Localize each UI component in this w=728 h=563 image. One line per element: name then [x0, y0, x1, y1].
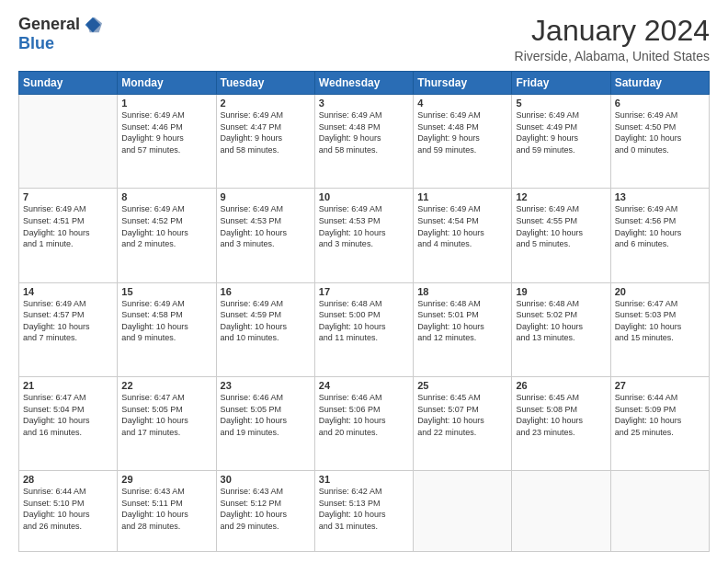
logo-icon	[84, 16, 102, 34]
day-info: Sunrise: 6:49 AM Sunset: 4:59 PM Dayligh…	[221, 298, 311, 344]
day-info: Sunrise: 6:48 AM Sunset: 5:00 PM Dayligh…	[319, 298, 409, 344]
day-number: 12	[516, 191, 606, 202]
day-number: 3	[319, 98, 409, 109]
day-info: Sunrise: 6:46 AM Sunset: 5:05 PM Dayligh…	[221, 392, 311, 438]
day-number: 31	[319, 474, 409, 485]
day-number: 17	[319, 286, 409, 297]
calendar-cell: 12Sunrise: 6:49 AM Sunset: 4:55 PM Dayli…	[512, 189, 610, 282]
calendar-cell: 16Sunrise: 6:49 AM Sunset: 4:59 PM Dayli…	[216, 282, 314, 376]
calendar-cell: 30Sunrise: 6:43 AM Sunset: 5:12 PM Dayli…	[216, 471, 314, 552]
calendar-cell: 10Sunrise: 6:49 AM Sunset: 4:53 PM Dayli…	[314, 189, 413, 282]
day-number: 15	[121, 286, 211, 297]
calendar-week-row: 28Sunrise: 6:44 AM Sunset: 5:10 PM Dayli…	[19, 471, 710, 552]
day-number: 14	[23, 286, 113, 297]
calendar-cell: 11Sunrise: 6:49 AM Sunset: 4:54 PM Dayli…	[414, 189, 512, 282]
calendar-cell: 1Sunrise: 6:49 AM Sunset: 4:46 PM Daylig…	[118, 95, 216, 189]
day-number: 13	[615, 191, 705, 202]
day-number: 29	[121, 474, 211, 485]
day-info: Sunrise: 6:49 AM Sunset: 4:54 PM Dayligh…	[417, 203, 507, 249]
day-info: Sunrise: 6:45 AM Sunset: 5:08 PM Dayligh…	[516, 392, 606, 438]
logo-blue-text: Blue	[18, 34, 54, 53]
calendar-header-saturday: Saturday	[610, 72, 709, 95]
calendar-header-wednesday: Wednesday	[314, 72, 413, 95]
day-number: 25	[417, 380, 507, 391]
day-number: 4	[417, 98, 507, 109]
calendar-week-row: 21Sunrise: 6:47 AM Sunset: 5:04 PM Dayli…	[19, 376, 710, 470]
day-info: Sunrise: 6:43 AM Sunset: 5:12 PM Dayligh…	[221, 486, 311, 532]
calendar-week-row: 7Sunrise: 6:49 AM Sunset: 4:51 PM Daylig…	[19, 189, 710, 282]
day-number: 22	[121, 380, 211, 391]
day-info: Sunrise: 6:45 AM Sunset: 5:07 PM Dayligh…	[417, 392, 507, 438]
calendar-cell: 14Sunrise: 6:49 AM Sunset: 4:57 PM Dayli…	[19, 282, 118, 376]
day-info: Sunrise: 6:49 AM Sunset: 4:57 PM Dayligh…	[23, 298, 113, 344]
day-info: Sunrise: 6:49 AM Sunset: 4:50 PM Dayligh…	[615, 109, 705, 155]
calendar-cell: 28Sunrise: 6:44 AM Sunset: 5:10 PM Dayli…	[19, 471, 118, 552]
calendar-week-row: 14Sunrise: 6:49 AM Sunset: 4:57 PM Dayli…	[19, 282, 710, 376]
calendar-week-row: 1Sunrise: 6:49 AM Sunset: 4:46 PM Daylig…	[19, 95, 710, 189]
day-info: Sunrise: 6:47 AM Sunset: 5:05 PM Dayligh…	[121, 392, 211, 438]
day-number: 26	[516, 380, 606, 391]
calendar-cell: 13Sunrise: 6:49 AM Sunset: 4:56 PM Dayli…	[610, 189, 709, 282]
day-number: 18	[417, 286, 507, 297]
day-number: 2	[221, 98, 311, 109]
day-info: Sunrise: 6:49 AM Sunset: 4:58 PM Dayligh…	[121, 298, 211, 344]
day-info: Sunrise: 6:49 AM Sunset: 4:48 PM Dayligh…	[319, 109, 409, 155]
calendar-cell: 6Sunrise: 6:49 AM Sunset: 4:50 PM Daylig…	[610, 95, 709, 189]
calendar-cell: 9Sunrise: 6:49 AM Sunset: 4:53 PM Daylig…	[216, 189, 314, 282]
calendar-table: SundayMondayTuesdayWednesdayThursdayFrid…	[18, 71, 710, 552]
day-info: Sunrise: 6:49 AM Sunset: 4:47 PM Dayligh…	[221, 109, 311, 155]
calendar-cell: 3Sunrise: 6:49 AM Sunset: 4:48 PM Daylig…	[314, 95, 413, 189]
calendar-cell	[512, 471, 610, 552]
day-info: Sunrise: 6:47 AM Sunset: 5:04 PM Dayligh…	[23, 392, 113, 438]
day-number: 30	[221, 474, 311, 485]
day-number: 10	[319, 191, 409, 202]
day-info: Sunrise: 6:48 AM Sunset: 5:02 PM Dayligh…	[516, 298, 606, 344]
day-number: 11	[417, 191, 507, 202]
calendar-cell: 23Sunrise: 6:46 AM Sunset: 5:05 PM Dayli…	[216, 376, 314, 470]
calendar-cell: 15Sunrise: 6:49 AM Sunset: 4:58 PM Dayli…	[118, 282, 216, 376]
header: General Blue January 2024 Riverside, Ala…	[18, 15, 710, 63]
calendar-header-friday: Friday	[512, 72, 610, 95]
calendar-cell	[610, 471, 709, 552]
day-number: 23	[221, 380, 311, 391]
day-info: Sunrise: 6:49 AM Sunset: 4:49 PM Dayligh…	[516, 109, 606, 155]
day-number: 1	[121, 98, 211, 109]
subtitle: Riverside, Alabama, United States	[515, 49, 710, 63]
day-number: 16	[221, 286, 311, 297]
calendar-cell: 22Sunrise: 6:47 AM Sunset: 5:05 PM Dayli…	[118, 376, 216, 470]
calendar-cell: 7Sunrise: 6:49 AM Sunset: 4:51 PM Daylig…	[19, 189, 118, 282]
calendar-cell: 5Sunrise: 6:49 AM Sunset: 4:49 PM Daylig…	[512, 95, 610, 189]
calendar-header-thursday: Thursday	[414, 72, 512, 95]
day-number: 8	[121, 191, 211, 202]
logo: General Blue	[18, 15, 102, 53]
logo-general-text: General	[18, 15, 80, 34]
calendar-cell: 21Sunrise: 6:47 AM Sunset: 5:04 PM Dayli…	[19, 376, 118, 470]
day-info: Sunrise: 6:42 AM Sunset: 5:13 PM Dayligh…	[319, 486, 409, 532]
day-number: 21	[23, 380, 113, 391]
day-number: 19	[516, 286, 606, 297]
svg-marker-1	[86, 17, 102, 32]
title-block: January 2024 Riverside, Alabama, United …	[515, 15, 710, 63]
day-info: Sunrise: 6:49 AM Sunset: 4:46 PM Dayligh…	[121, 109, 211, 155]
calendar-cell: 17Sunrise: 6:48 AM Sunset: 5:00 PM Dayli…	[314, 282, 413, 376]
day-number: 27	[615, 380, 705, 391]
day-number: 28	[23, 474, 113, 485]
day-info: Sunrise: 6:47 AM Sunset: 5:03 PM Dayligh…	[615, 298, 705, 344]
day-info: Sunrise: 6:49 AM Sunset: 4:55 PM Dayligh…	[516, 203, 606, 249]
calendar-cell: 19Sunrise: 6:48 AM Sunset: 5:02 PM Dayli…	[512, 282, 610, 376]
day-info: Sunrise: 6:49 AM Sunset: 4:53 PM Dayligh…	[221, 203, 311, 249]
day-number: 5	[516, 98, 606, 109]
day-number: 6	[615, 98, 705, 109]
calendar-cell: 27Sunrise: 6:44 AM Sunset: 5:09 PM Dayli…	[610, 376, 709, 470]
calendar-cell: 26Sunrise: 6:45 AM Sunset: 5:08 PM Dayli…	[512, 376, 610, 470]
day-info: Sunrise: 6:49 AM Sunset: 4:52 PM Dayligh…	[121, 203, 211, 249]
day-info: Sunrise: 6:49 AM Sunset: 4:48 PM Dayligh…	[417, 109, 507, 155]
calendar-header-monday: Monday	[118, 72, 216, 95]
calendar-header-tuesday: Tuesday	[216, 72, 314, 95]
day-info: Sunrise: 6:44 AM Sunset: 5:09 PM Dayligh…	[615, 392, 705, 438]
calendar-cell: 29Sunrise: 6:43 AM Sunset: 5:11 PM Dayli…	[118, 471, 216, 552]
calendar-cell: 31Sunrise: 6:42 AM Sunset: 5:13 PM Dayli…	[314, 471, 413, 552]
calendar-header-sunday: Sunday	[19, 72, 118, 95]
calendar-cell: 4Sunrise: 6:49 AM Sunset: 4:48 PM Daylig…	[414, 95, 512, 189]
calendar-cell	[19, 95, 118, 189]
